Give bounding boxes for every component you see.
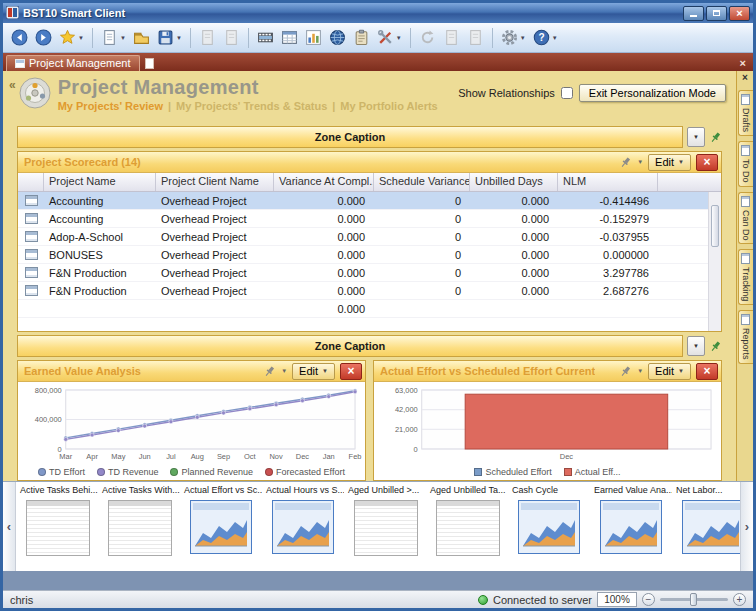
table-row[interactable]: AccountingOverhead Project0.00000.000-0.… (18, 210, 721, 228)
close-panel-button[interactable]: × (696, 363, 718, 380)
panel-header[interactable]: Earned Value Analysis ▼ Edit▼ × (18, 361, 365, 382)
pin-dropdown-icon[interactable]: ▼ (637, 368, 643, 374)
table-scrollbar[interactable] (708, 192, 721, 331)
column-header[interactable]: Variance At Compl... (274, 173, 374, 191)
zoom-in-button[interactable]: + (733, 593, 746, 606)
table-row[interactable]: F&N ProductionOverhead Project0.00000.00… (18, 282, 721, 300)
close-tab-icon[interactable]: × (736, 57, 750, 71)
open-button[interactable] (130, 27, 153, 48)
column-header[interactable] (18, 173, 44, 191)
side-tab-reports[interactable]: Reports (738, 310, 753, 364)
table-cell: F&N Production (44, 282, 156, 299)
pin-icon[interactable] (619, 156, 632, 169)
exit-personalization-button[interactable]: Exit Personalization Mode (579, 84, 726, 102)
table-row[interactable]: F&N ProductionOverhead Project0.00000.00… (18, 264, 721, 282)
svg-text:21,000: 21,000 (395, 425, 418, 434)
zoom-slider-thumb[interactable] (690, 593, 697, 606)
gallery-item-thumbnail[interactable] (354, 500, 418, 556)
show-relationships-checkbox[interactable] (561, 87, 573, 99)
analysis-button[interactable] (302, 27, 325, 48)
column-header[interactable]: Project Client Name (156, 173, 274, 191)
titlebar[interactable]: BST10 Smart Client × (3, 3, 753, 23)
tab-project-management[interactable]: Project Management (6, 55, 140, 71)
side-tab-strip: × DraftsTo DoCan DoTrackingReports (736, 71, 753, 481)
zone-dropdown-button[interactable]: ▼ (687, 336, 705, 356)
edit-button[interactable]: Edit▼ (292, 363, 335, 380)
tools-button[interactable]: ▼ (374, 27, 405, 48)
pin-icon[interactable] (619, 365, 632, 378)
favorites-button[interactable]: ▼ (56, 27, 87, 48)
header-link[interactable]: My Portfolio Alerts (340, 100, 437, 112)
close-panel-button[interactable]: × (340, 363, 362, 380)
gallery-item[interactable]: Active Tasks Behi... (18, 485, 98, 571)
pin-icon[interactable] (709, 131, 722, 144)
zone-caption-bar[interactable]: Zone Caption (17, 126, 683, 148)
save-button[interactable]: ▼ (154, 27, 185, 48)
close-pane-icon[interactable]: × (742, 72, 748, 85)
zoom-slider[interactable] (660, 598, 728, 601)
svg-text:Apr: Apr (86, 452, 98, 461)
new-button[interactable]: ▼ (98, 27, 129, 48)
new-tab-button[interactable] (140, 58, 159, 71)
header-link[interactable]: My Projects' Review (58, 100, 163, 112)
gallery-item-thumbnail[interactable] (682, 500, 740, 556)
dropdown-arrow-icon: ▼ (78, 35, 84, 41)
collapse-icon[interactable]: « (9, 78, 16, 92)
clipboard-button[interactable] (350, 27, 373, 48)
spreadsheet-button[interactable] (278, 27, 301, 48)
gallery-item-thumbnail[interactable] (272, 500, 336, 556)
panel-header[interactable]: Project Scorecard (14) ▼ Edit▼ × (18, 152, 721, 173)
edit-button[interactable]: Edit▼ (648, 363, 691, 380)
close-button[interactable]: × (729, 6, 750, 21)
gallery-item[interactable]: Actual Effort vs Sc... (182, 485, 262, 571)
gallery-scroll-left[interactable]: ‹ (3, 482, 16, 571)
edit-button[interactable]: Edit▼ (648, 154, 691, 171)
gallery-item[interactable]: Earned Value Ana... (592, 485, 672, 571)
back-button[interactable] (8, 27, 31, 48)
side-tab-tracking[interactable]: Tracking (738, 249, 753, 305)
gallery-item-thumbnail[interactable] (26, 500, 90, 556)
side-tab-can-do[interactable]: Can Do (738, 192, 753, 245)
gallery-item[interactable]: Aged Unbilled Ta... (428, 485, 508, 571)
pin-icon[interactable] (263, 365, 276, 378)
zoom-out-button[interactable]: − (642, 593, 655, 606)
gallery-item[interactable]: Aged Unbilled >... (346, 485, 426, 571)
table-row[interactable]: Adop-A-SchoolOverhead Project0.00000.000… (18, 228, 721, 246)
column-header[interactable]: NLM (558, 173, 658, 191)
settings-button[interactable]: ▼ (498, 27, 529, 48)
gallery-item-thumbnail[interactable] (518, 500, 582, 556)
pin-icon[interactable] (709, 340, 722, 353)
column-header[interactable]: Unbilled Days (470, 173, 558, 191)
pin-dropdown-icon[interactable]: ▼ (281, 368, 287, 374)
gallery-item[interactable]: Actual Hours vs S... (264, 485, 344, 571)
side-tab-drafts[interactable]: Drafts (738, 90, 753, 136)
forward-button[interactable] (32, 27, 55, 48)
table-row[interactable]: 0.000 (18, 300, 721, 318)
web-button[interactable] (326, 27, 349, 48)
gallery-item-thumbnail[interactable] (436, 500, 500, 556)
minimize-button[interactable] (683, 6, 704, 21)
zone-caption-bar[interactable]: Zone Caption (17, 335, 683, 357)
panel-header[interactable]: Actual Effort vs Scheduled Effort Curren… (374, 361, 721, 382)
pin-dropdown-icon[interactable]: ▼ (637, 159, 643, 165)
media-button[interactable] (254, 27, 277, 48)
gallery-item-thumbnail[interactable] (600, 500, 664, 556)
scrollbar-thumb[interactable] (711, 205, 719, 247)
maximize-button[interactable] (706, 6, 727, 21)
header-link[interactable]: My Projects' Trends & Status (176, 100, 327, 112)
gallery-item-thumbnail[interactable] (108, 500, 172, 556)
help-button[interactable]: ?▼ (530, 27, 561, 48)
gallery-item-thumbnail[interactable] (190, 500, 254, 556)
table-cell (374, 300, 470, 317)
zone-dropdown-button[interactable]: ▼ (687, 127, 705, 147)
close-panel-button[interactable]: × (696, 154, 718, 171)
column-header[interactable]: Schedule Variance (374, 173, 470, 191)
table-row[interactable]: BONUSESOverhead Project0.00000.0000.0000… (18, 246, 721, 264)
table-row[interactable]: AccountingOverhead Project0.00000.000-0.… (18, 192, 721, 210)
column-header[interactable]: Project Name (44, 173, 156, 191)
gallery-item[interactable]: Net Labor... (674, 485, 740, 571)
gallery-item[interactable]: Cash Cycle (510, 485, 590, 571)
gallery-item[interactable]: Active Tasks With... (100, 485, 180, 571)
side-tab-to-do[interactable]: To Do (738, 141, 753, 187)
gallery-scroll-right[interactable]: › (740, 482, 753, 571)
